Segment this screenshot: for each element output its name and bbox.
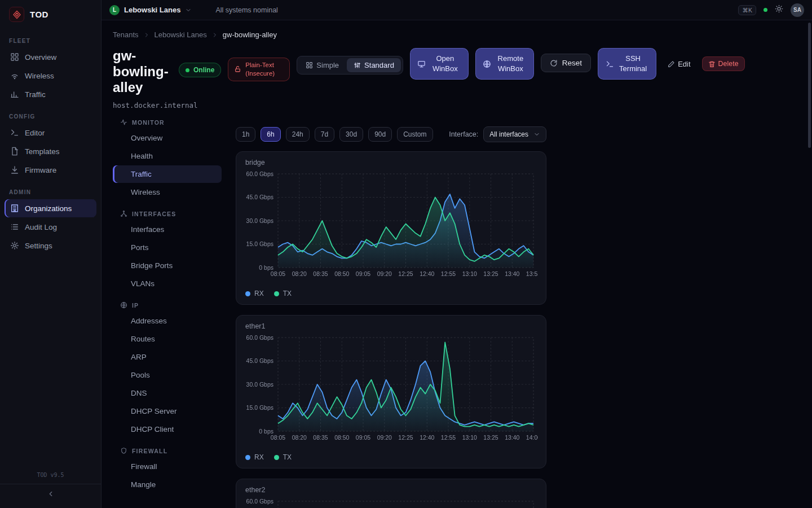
interface-select[interactable]: All interfaces [483, 126, 546, 142]
subnav-item-vlans[interactable]: VLANs [113, 275, 222, 292]
chart-icon [10, 90, 19, 99]
subnav-item-arp[interactable]: ARP [113, 348, 222, 366]
svg-text:0 bps: 0 bps [259, 428, 273, 435]
mode-simple-label: Simple [316, 61, 339, 69]
svg-text:12:40: 12:40 [420, 270, 434, 277]
subnav-item-routes[interactable]: Routes [113, 330, 222, 348]
range-custom[interactable]: Custom [397, 127, 433, 142]
subnav-item-firewall[interactable]: Firewall [113, 458, 222, 475]
interfaces-icon [120, 210, 127, 217]
globe-icon [120, 301, 127, 309]
subnav-item-traffic[interactable]: Traffic [113, 165, 222, 183]
sidebar-item-editor[interactable]: Editor [5, 124, 96, 142]
refresh-icon [550, 59, 558, 67]
reset-button[interactable]: Reset [541, 54, 591, 72]
subnav-item-dns[interactable]: DNS [113, 384, 222, 402]
sidebar-item-label: Settings [25, 242, 52, 250]
online-label: Online [193, 66, 214, 74]
scrollbar[interactable] [808, 23, 811, 148]
edit-button[interactable]: Edit [663, 56, 695, 72]
building-icon [10, 204, 19, 213]
svg-text:30.0 Gbps: 30.0 Gbps [246, 381, 273, 388]
svg-text:60.0 Gbps: 60.0 Gbps [246, 498, 273, 505]
ssh-terminal-label: SSH Terminal [617, 54, 649, 73]
sidebar-item-settings[interactable]: Settings [5, 237, 96, 255]
svg-text:13:25: 13:25 [483, 434, 498, 441]
sidebar-item-audit-log[interactable]: Audit Log [5, 218, 96, 236]
subnav-item-bridge-ports[interactable]: Bridge Ports [113, 257, 222, 274]
sidebar-item-firmware[interactable]: Firmware [5, 161, 96, 179]
chevron-left-icon [47, 490, 55, 500]
svg-text:12:25: 12:25 [398, 270, 413, 277]
range-90d[interactable]: 90d [368, 127, 392, 142]
svg-text:08:50: 08:50 [334, 270, 349, 277]
view-mode-toggle: Simple Standard [297, 56, 403, 75]
range-6h[interactable]: 6h [261, 127, 280, 142]
legend-dot [274, 291, 279, 296]
diamond-logo-icon [9, 7, 24, 22]
svg-text:08:20: 08:20 [292, 434, 307, 441]
breadcrumb-item-lebowski-lanes[interactable]: Lebowski Lanes [155, 30, 207, 39]
sidebar-item-label: Firmware [25, 166, 56, 174]
breadcrumb-item-tenants[interactable]: Tenants [113, 30, 139, 39]
open-winbox-button[interactable]: Open WinBox [410, 48, 469, 80]
chevron-right-icon [211, 32, 218, 38]
nav-section-admin: ADMIN [9, 189, 92, 195]
ssh-terminal-button[interactable]: SSH Terminal [598, 48, 656, 80]
subnav-item-health[interactable]: Health [113, 147, 222, 165]
sidebar-item-traffic[interactable]: Traffic [5, 85, 96, 103]
subnav-section-label: IP [132, 302, 139, 309]
subnav-item-mangle[interactable]: Mangle [113, 476, 222, 493]
subnav-item-ports[interactable]: Ports [113, 239, 222, 256]
svg-text:08:05: 08:05 [271, 270, 285, 277]
sidebar-item-overview[interactable]: Overview [5, 48, 96, 66]
subnav-item-pools[interactable]: Pools [113, 366, 222, 384]
trash-icon [708, 60, 716, 68]
sidebar-item-templates[interactable]: Templates [5, 142, 96, 160]
chevron-right-icon [143, 32, 150, 38]
range-30d[interactable]: 30d [339, 127, 363, 142]
topbar: L Lebowski Lanes All systems nominal ⌘K … [102, 0, 812, 20]
content-row: MONITOROverviewHealthTrafficWirelessINTE… [113, 117, 801, 508]
subnav-item-overview[interactable]: Overview [113, 129, 222, 147]
activity-icon [120, 119, 127, 126]
subnav-section-ip: IP [120, 301, 222, 309]
subnav-item-dhcp-server[interactable]: DHCP Server [113, 402, 222, 420]
file-icon [10, 147, 19, 156]
range-24h[interactable]: 24h [286, 127, 310, 142]
mode-standard-button[interactable]: Standard [347, 58, 401, 72]
title-block: gw-bowling-alley host.docker.internal [113, 48, 172, 110]
app-name: TOD [30, 10, 48, 19]
legend-item-rx: RX [245, 453, 264, 461]
sidebar-item-wireless[interactable]: Wireless [5, 67, 96, 85]
subnav-section-label: MONITOR [132, 119, 165, 126]
app-logo[interactable]: TOD [0, 0, 101, 28]
range-1h[interactable]: 1h [236, 127, 255, 142]
tenant-switcher[interactable]: L Lebowski Lanes [109, 5, 192, 15]
subnav-item-wireless[interactable]: Wireless [113, 183, 222, 201]
subnav-item-addresses[interactable]: Addresses [113, 312, 222, 330]
range-7d[interactable]: 7d [315, 127, 334, 142]
delete-button[interactable]: Delete [702, 56, 745, 71]
interface-select-value: All interfaces [489, 130, 528, 138]
theme-toggle-button[interactable] [775, 5, 783, 15]
user-avatar[interactable]: SA [791, 3, 804, 17]
subnav-section-firewall: FIREWALL [120, 447, 222, 454]
page-title: gw-bowling-alley [113, 48, 172, 95]
svg-text:08:50: 08:50 [334, 434, 349, 441]
sidebar-item-organizations[interactable]: Organizations [5, 199, 96, 217]
chart-card-bridge: bridge0 bps15.0 Gbps30.0 Gbps45.0 Gbps60… [236, 151, 546, 305]
remote-winbox-label: Remote WinBox [495, 54, 526, 73]
svg-text:09:20: 09:20 [377, 434, 392, 441]
sidebar-collapse-button[interactable] [0, 484, 101, 508]
edit-label: Edit [678, 60, 690, 68]
svg-text:60.0 Gbps: 60.0 Gbps [246, 170, 273, 177]
subnav-item-dhcp-client[interactable]: DHCP Client [113, 421, 222, 438]
subnav-item-interfaces[interactable]: Interfaces [113, 221, 222, 238]
command-palette-shortcut[interactable]: ⌘K [738, 5, 756, 15]
mode-simple-button[interactable]: Simple [299, 58, 346, 72]
nav-section-fleet: FLEET [9, 38, 92, 44]
remote-winbox-button[interactable]: Remote WinBox [475, 48, 534, 80]
sliders-icon [354, 62, 361, 69]
svg-text:09:20: 09:20 [377, 270, 392, 277]
